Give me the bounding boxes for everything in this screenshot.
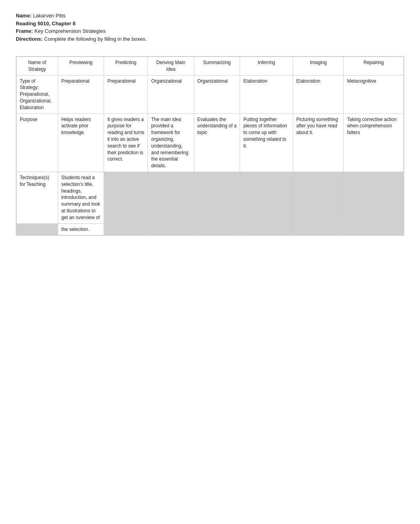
- row4-imaging: [293, 223, 344, 235]
- row2-inferring: Putting together pieces of information t…: [240, 114, 293, 172]
- row4-repairing: [344, 223, 404, 235]
- row4-predicting: [104, 223, 148, 235]
- row1-label: Type of Strategy: Preparational, Organiz…: [17, 75, 58, 114]
- row4-previewing: the selection.: [58, 223, 104, 235]
- row-purpose: Purpose Helps readers activate prior kno…: [17, 114, 404, 172]
- row3-imaging: [293, 172, 344, 223]
- col-header-imaging: Imaging: [293, 57, 344, 76]
- row4-inferring: [240, 223, 293, 235]
- row1-repairing: Metacognitive: [344, 75, 404, 114]
- row2-predicting: It gives readers a purpose for reading a…: [104, 114, 148, 172]
- row2-label: Purpose: [17, 114, 58, 172]
- row1-deriving: Organizational: [148, 75, 194, 114]
- row2-previewing: Helps readers activate prior knowledge: [58, 114, 104, 172]
- name-label: Name:: [16, 13, 32, 19]
- header-block: Name: Lakarven Pitts Reading 5010, Chapt…: [16, 12, 404, 43]
- row3-predicting: [104, 172, 148, 223]
- col-header-predicting: Predicting: [104, 57, 148, 76]
- row2-deriving: The main idea provided a framework for o…: [148, 114, 194, 172]
- row3-inferring: [240, 172, 293, 223]
- table-wrapper: Name of Strategy Previewing Predicting D…: [16, 56, 404, 236]
- row2-summarizing: Evaluates the understanding of a topic: [194, 114, 240, 172]
- directions-value: Complete the following by filling in the…: [44, 36, 147, 42]
- row3-deriving: [148, 172, 194, 223]
- row-type-of-strategy: Type of Strategy: Preparational, Organiz…: [17, 75, 404, 114]
- col-header-inferring: Inferring: [240, 57, 293, 76]
- col-header-name: Name of Strategy: [17, 57, 58, 76]
- row3-summarizing: [194, 172, 240, 223]
- row3-repairing: [344, 172, 404, 223]
- row-techniques: Techniques(s) for Teaching Students read…: [17, 172, 404, 223]
- comprehension-table: Name of Strategy Previewing Predicting D…: [16, 57, 404, 235]
- row1-predicting: Preparational: [104, 75, 148, 114]
- name-value: Lakarven Pitts: [33, 13, 65, 19]
- col-header-previewing: Previewing: [58, 57, 104, 76]
- frame-label: Frame:: [16, 28, 33, 34]
- row2-repairing: Taking corrective action when comprehens…: [344, 114, 404, 172]
- row3-label: Techniques(s) for Teaching: [17, 172, 58, 223]
- directions-label: Directions:: [16, 36, 43, 42]
- row1-previewing: Preparational: [58, 75, 104, 114]
- header-row: Name of Strategy Previewing Predicting D…: [17, 57, 404, 76]
- row4-deriving: [148, 223, 194, 235]
- col-header-repairing: Repairing: [344, 57, 404, 76]
- row1-summarizing: Organizational: [194, 75, 240, 114]
- col-header-deriving: Deriving Main Idea: [148, 57, 194, 76]
- row2-imaging: Picturing something after you have read …: [293, 114, 344, 172]
- col-header-summarizing: Summarizing: [194, 57, 240, 76]
- frame-value: Key Comprehension Strategies: [34, 28, 106, 34]
- row1-inferring: Elaboration: [240, 75, 293, 114]
- reading-label: Reading 5010, Chapter 8: [16, 21, 76, 26]
- row4-label: [17, 223, 58, 235]
- row3-previewing: Students read a selection's title, headi…: [58, 172, 104, 223]
- row-continuation: the selection.: [17, 223, 404, 235]
- row1-imaging: Elaboration: [293, 75, 344, 114]
- row4-summarizing: [194, 223, 240, 235]
